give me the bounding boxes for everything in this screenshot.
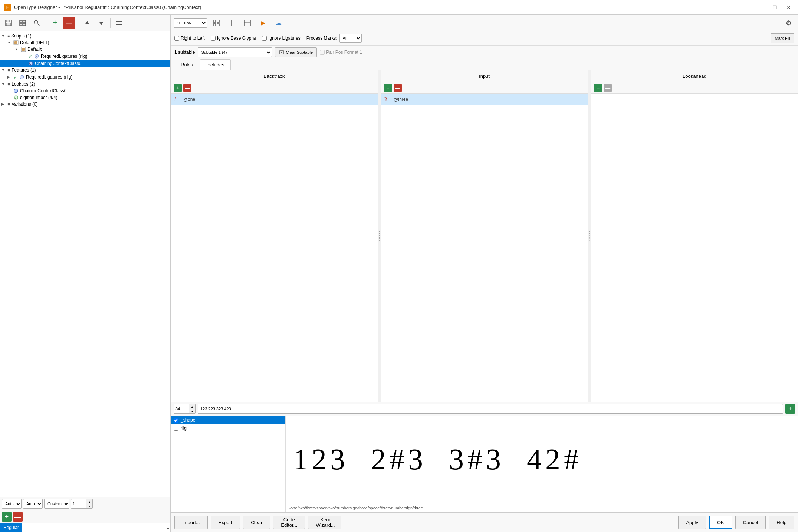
preview-text-input[interactable] [198, 404, 783, 414]
cursor-button[interactable]: ▶ [257, 17, 269, 29]
svg-marker-9 [85, 21, 89, 24]
input-add-button[interactable]: + [384, 84, 392, 92]
svg-rect-17 [22, 48, 25, 51]
tree-lookups[interactable]: ▼ ■ Lookups (2) [0, 81, 170, 87]
features-label: Features (1) [12, 67, 36, 73]
grid-button[interactable] [241, 17, 254, 29]
remove-icon-button[interactable]: — [63, 17, 75, 29]
down-icon-button[interactable] [95, 17, 108, 29]
preview-add-button[interactable]: + [785, 404, 795, 414]
lookups-label: Lookups (2) [12, 82, 35, 87]
scroll-up-button[interactable]: ▲ [166, 526, 170, 530]
maximize-button[interactable]: ☐ [769, 4, 780, 11]
mark-fill-button[interactable]: Mark Fill [771, 33, 794, 43]
import-button[interactable]: Import... [174, 516, 208, 529]
tree-chaining[interactable]: ▼ C ChainingContextClass0 [0, 60, 170, 67]
tree-variations[interactable]: ▶ ■ Variations (0) [0, 101, 170, 108]
preview-big-text: 123 2#3 3#3 42# [286, 416, 798, 503]
tree-req-lig-feat[interactable]: ▶ ✓ RequiredLigatures (rlig) [0, 73, 170, 81]
input-remove-button[interactable]: — [394, 84, 402, 92]
backtrack-add-button[interactable]: + [174, 84, 182, 92]
clear-subtable-button[interactable]: Clear Subtable [275, 47, 317, 57]
add-style-button[interactable]: + [2, 512, 12, 522]
chaining-label: ChainingContextClass0 [35, 61, 81, 66]
code-editor-button[interactable]: Code Editor... [273, 516, 305, 529]
preview-number-input[interactable]: 34 [174, 407, 189, 411]
svg-rect-28 [213, 24, 216, 26]
add-icon-button[interactable]: + [49, 17, 61, 29]
ignore-base-label[interactable]: Ignore Base Glyphs [211, 36, 256, 41]
pair-pos-label[interactable]: Pair Pos Format 1 [320, 50, 362, 55]
spin-up-button[interactable]: ▲ [86, 499, 92, 504]
remove-style-button[interactable]: — [13, 512, 23, 522]
tree-required-lig[interactable]: ▼ ✓ S RequiredLigatures (rlig) [0, 53, 170, 60]
export-button[interactable]: Export [211, 516, 240, 529]
minimize-button[interactable]: – [755, 4, 766, 11]
tree-features[interactable]: ▼ ■ Features (1) [0, 67, 170, 73]
spin-down-button[interactable]: ▼ [86, 504, 92, 508]
auto2-dropdown[interactable]: Auto [23, 499, 43, 509]
auto1-dropdown[interactable]: Auto [2, 499, 22, 509]
preview-spin-up[interactable]: ▲ [189, 404, 195, 409]
tree-scripts[interactable]: ▼ ■ Scripts (1) [0, 33, 170, 39]
backtrack-body: 1 @one [171, 94, 378, 402]
svg-rect-5 [20, 23, 22, 26]
ignore-base-checkbox[interactable] [211, 36, 216, 41]
kern-wizard-button[interactable]: Kern Wizard... [308, 516, 342, 529]
feature-item-shaper[interactable]: _shaper [171, 416, 285, 424]
variations-label: Variations (0) [12, 102, 37, 107]
up-icon-button[interactable] [81, 17, 93, 29]
tab-rules[interactable]: Rules [174, 59, 199, 70]
view-icon-button[interactable] [16, 17, 29, 29]
tree-default[interactable]: ▼ Default [0, 46, 170, 53]
svg-marker-10 [99, 22, 104, 25]
number-spinner[interactable]: 1 ▲ ▼ [71, 499, 93, 509]
backtrack-item-0[interactable]: 1 @one [171, 94, 378, 105]
custom-dropdown[interactable]: Custom [44, 499, 69, 509]
rlig-checkbox[interactable] [174, 426, 178, 431]
ignore-lig-checkbox[interactable] [262, 36, 267, 41]
tree-default-dflt[interactable]: ▼ Default (DFLT) [0, 39, 170, 46]
svg-line-8 [37, 24, 40, 26]
help-button[interactable]: Help [769, 516, 794, 529]
clear-subtable-label: Clear Subtable [286, 50, 313, 54]
input-item-0[interactable]: 3 @three [381, 94, 588, 105]
search-icon-button[interactable] [30, 17, 43, 29]
tab-includes[interactable]: Includes [200, 59, 230, 70]
options-row: Right to Left Ignore Base Glyphs Ignore … [171, 31, 798, 46]
regular-style-item[interactable]: Regular [0, 523, 22, 532]
cloud-button[interactable]: ☁ [272, 17, 285, 29]
req-lig-feat-label: RequiredLigatures (rlig) [26, 75, 72, 80]
right-to-left-label[interactable]: Right to Left [174, 36, 205, 41]
preview-spin-down[interactable]: ▼ [189, 409, 195, 413]
preview-spinner[interactable]: 34 ▲ ▼ [174, 404, 196, 414]
apply-button[interactable]: Apply [678, 516, 706, 529]
cancel-button[interactable]: Cancel [735, 516, 766, 529]
backtrack-header: Backtrack [171, 70, 378, 82]
process-marks-select[interactable]: All [339, 34, 362, 43]
tree-digittonumber[interactable]: ▼ S digittonumber (4/4) [0, 94, 170, 101]
settings-icon-button[interactable] [113, 17, 126, 29]
gear-button[interactable]: ⚙ [782, 17, 795, 29]
lookahead-add-button[interactable]: + [594, 84, 602, 92]
clear-button[interactable]: Clear [243, 516, 270, 529]
fit-view-button[interactable] [210, 17, 223, 29]
crosshair-button[interactable] [226, 17, 238, 29]
zoom-select[interactable]: 10.00% [174, 18, 207, 28]
preview-path-text: /one/two/three/space/two/numbersign/thre… [286, 503, 798, 512]
save-icon-button[interactable] [2, 17, 15, 29]
svg-rect-3 [20, 20, 22, 23]
number-input[interactable]: 1 [71, 502, 86, 506]
input-body: 3 @three [381, 94, 588, 402]
subtable-select[interactable]: Subtable 1 (4) [198, 47, 272, 57]
ignore-lig-label[interactable]: Ignore Ligatures [262, 36, 301, 41]
shaper-checkbox[interactable] [174, 418, 178, 423]
backtrack-remove-button[interactable]: — [183, 84, 191, 92]
right-to-left-checkbox[interactable] [174, 36, 179, 41]
feature-item-rlig[interactable]: rlig [171, 424, 285, 432]
close-button[interactable]: ✕ [783, 4, 794, 11]
lookahead-body [591, 94, 798, 402]
ok-button[interactable]: OK [709, 516, 732, 529]
digittonumber-label: digittonumber (4/4) [20, 95, 58, 100]
tree-chaining2[interactable]: ▼ ChainingContextClass0 [0, 87, 170, 94]
